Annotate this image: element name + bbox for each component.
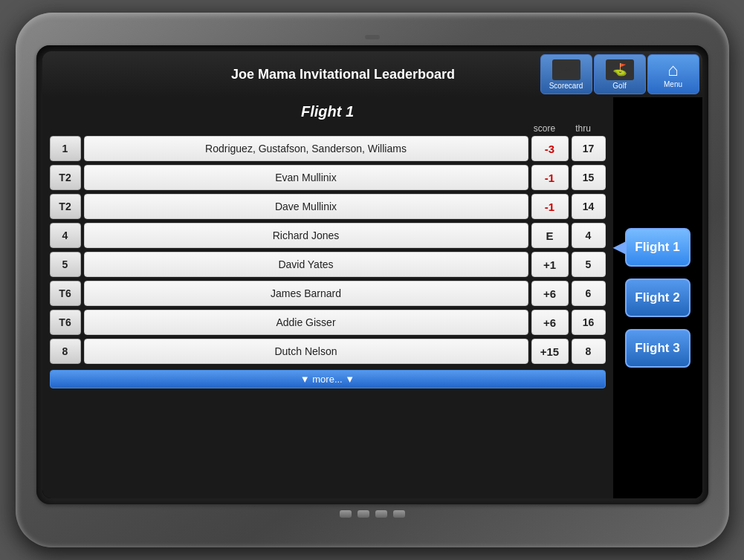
flight1-label: Flight 1 <box>635 240 679 255</box>
more-button[interactable]: ▼ more... ▼ <box>50 370 606 388</box>
column-headers: score thru <box>50 123 606 134</box>
flight1-arrow: ◀ <box>613 238 626 257</box>
flight2-label: Flight 2 <box>635 290 679 305</box>
scorecard-icon <box>552 59 580 80</box>
main-content: Flight 1 score thru 1 Rodriguez, Gustafs… <box>42 97 702 498</box>
score-cell: -1 <box>531 165 569 190</box>
name-cell: Dutch Nelson <box>84 339 528 364</box>
name-cell: James Barnard <box>84 281 528 306</box>
header-icons: Scorecard Golf ⌂ Menu <box>540 51 702 97</box>
flight3-label: Flight 3 <box>635 341 679 356</box>
screen-bezel: Joe Mama Invitational Leaderboard Scorec… <box>36 45 708 504</box>
device: Joe Mama Invitational Leaderboard Scorec… <box>16 13 729 547</box>
flight3-button[interactable]: Flight 3 <box>625 329 690 368</box>
header: Joe Mama Invitational Leaderboard Scorec… <box>42 51 702 97</box>
golf-label: Golf <box>612 82 626 90</box>
screen: Joe Mama Invitational Leaderboard Scorec… <box>42 51 702 498</box>
thru-cell: 16 <box>572 310 606 335</box>
rank-cell: 8 <box>50 339 81 364</box>
leaderboard-title: Joe Mama Invitational Leaderboard <box>42 67 540 82</box>
device-bottom <box>340 504 405 518</box>
thru-cell: 15 <box>572 165 606 190</box>
flight2-button[interactable]: Flight 2 <box>625 279 690 317</box>
rank-cell: T6 <box>50 310 81 335</box>
golf-icon <box>606 59 634 80</box>
score-cell: E <box>531 223 569 248</box>
indicator-1 <box>340 510 352 518</box>
name-cell: Richard Jones <box>84 223 528 248</box>
score-cell: +6 <box>531 281 569 306</box>
name-cell: Dave Mullinix <box>84 194 528 219</box>
table-row: 4 Richard Jones E 4 <box>50 222 606 249</box>
thru-cell: 4 <box>572 223 606 248</box>
rank-cell: T2 <box>50 194 81 219</box>
thru-cell: 14 <box>572 194 606 219</box>
golf-button[interactable]: Golf <box>594 54 646 94</box>
scorecard-button[interactable]: Scorecard <box>540 54 592 94</box>
score-cell: +1 <box>531 252 569 277</box>
score-cell: +6 <box>531 310 569 335</box>
thru-cell: 17 <box>572 136 606 161</box>
side-panel: ◀ Flight 1 Flight 2 Flight 3 <box>613 97 702 498</box>
flight-title: Flight 1 <box>50 103 606 120</box>
rank-cell: T2 <box>50 165 81 190</box>
name-cell: Evan Mullinix <box>84 165 528 190</box>
thru-cell: 8 <box>572 339 606 364</box>
table-row: T6 Addie Gisser +6 16 <box>50 309 606 336</box>
scorecard-label: Scorecard <box>549 82 583 90</box>
thru-cell: 5 <box>572 252 606 277</box>
camera-indicator <box>365 35 380 39</box>
home-icon: ⌂ <box>667 61 679 79</box>
rank-cell: 1 <box>50 136 81 161</box>
indicator-2 <box>358 510 369 518</box>
flight1-button[interactable]: ◀ Flight 1 <box>625 228 690 267</box>
rank-cell: 4 <box>50 223 81 248</box>
table-row: T6 James Barnard +6 6 <box>50 280 606 307</box>
name-cell: David Yates <box>84 252 528 277</box>
leaderboard-panel: Flight 1 score thru 1 Rodriguez, Gustafs… <box>42 97 613 498</box>
leaderboard-rows: 1 Rodriguez, Gustafson, Sanderson, Willi… <box>50 135 606 367</box>
name-cell: Rodriguez, Gustafson, Sanderson, William… <box>84 136 528 161</box>
score-cell: +15 <box>531 339 569 364</box>
menu-label: Menu <box>664 80 682 88</box>
score-col-header: score <box>525 123 564 134</box>
table-row: T2 Evan Mullinix -1 15 <box>50 164 606 191</box>
indicator-3 <box>375 510 387 518</box>
score-cell: -1 <box>531 194 569 219</box>
thru-col-header: thru <box>564 123 603 134</box>
indicator-4 <box>393 510 405 518</box>
table-row: 8 Dutch Nelson +15 8 <box>50 338 606 365</box>
rank-cell: 5 <box>50 252 81 277</box>
table-row: 5 David Yates +1 5 <box>50 251 606 278</box>
score-cell: -3 <box>531 136 569 161</box>
table-row: T2 Dave Mullinix -1 14 <box>50 193 606 220</box>
name-cell: Addie Gisser <box>84 310 528 335</box>
menu-button[interactable]: ⌂ Menu <box>647 54 699 94</box>
thru-cell: 6 <box>572 281 606 306</box>
table-row: 1 Rodriguez, Gustafson, Sanderson, Willi… <box>50 135 606 162</box>
rank-cell: T6 <box>50 281 81 306</box>
